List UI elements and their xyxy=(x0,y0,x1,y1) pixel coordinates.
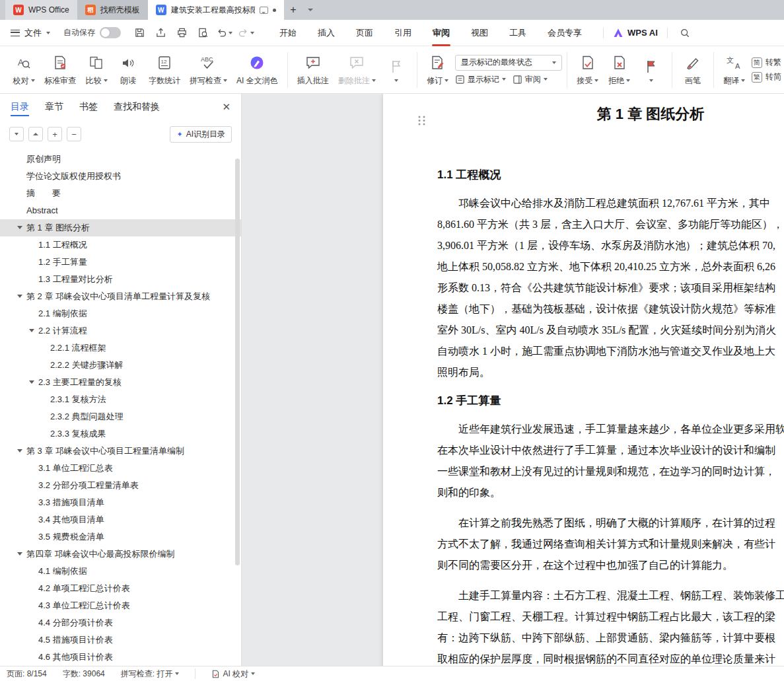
tab-insert[interactable]: 插入 xyxy=(307,20,345,46)
delete-comment-button[interactable]: 删除批注 xyxy=(334,49,380,91)
toc-item[interactable]: 2.3 主要工程量的复核 xyxy=(0,374,241,391)
autosave-toggle[interactable] xyxy=(100,27,121,38)
to-simplified-button[interactable]: 繁 转简 xyxy=(752,71,781,83)
insert-comment-button[interactable]: 插入批注 xyxy=(293,49,334,91)
proofread-button[interactable]: A 校对 xyxy=(8,49,40,91)
expand-all-button[interactable]: + xyxy=(48,127,62,141)
toc-item[interactable]: 摘 要 xyxy=(0,185,241,202)
toc-item[interactable]: 原创声明 xyxy=(0,151,241,168)
track-changes-button[interactable]: 修订 xyxy=(422,49,454,91)
toc-item[interactable]: 2.2.2 关键步骤详解 xyxy=(0,357,241,374)
navigate-flag-button[interactable] xyxy=(635,49,667,91)
toc-item[interactable]: 学位论文版权使用授权书 xyxy=(0,168,241,185)
toc-item-selected[interactable]: 第 1 章 图纸分析 xyxy=(0,219,241,236)
to-traditional-button[interactable]: 简 转繁 xyxy=(752,57,781,68)
review-pane-button[interactable]: 审阅 xyxy=(513,74,548,85)
tab-member[interactable]: 会员专享 xyxy=(537,20,592,46)
toc-item[interactable]: 3.1 单位工程汇总表 xyxy=(0,460,241,477)
toc-item[interactable]: 4.4 分部分项计价表 xyxy=(0,614,241,631)
triangle-down-icon[interactable] xyxy=(17,295,22,298)
new-tab-button[interactable]: + xyxy=(284,0,303,20)
standard-review-button[interactable]: 标准审查 xyxy=(40,49,81,91)
toc-item[interactable]: 3.3 措施项目清单 xyxy=(0,494,241,511)
triangle-down-icon[interactable] xyxy=(17,552,22,556)
toc-item[interactable]: 2.1 编制依据 xyxy=(0,305,241,322)
toc-item[interactable]: 3.5 规费税金清单 xyxy=(0,528,241,546)
sidebar-tab-chapters[interactable]: 章节 xyxy=(45,94,63,120)
redo-button[interactable] xyxy=(238,25,254,41)
toc-item[interactable]: 1.1 工程概况 xyxy=(0,236,241,254)
tab-page[interactable]: 页面 xyxy=(345,20,384,46)
toc-item[interactable]: 4.2 单项工程汇总计价表 xyxy=(0,580,241,597)
wps-ai-button[interactable]: WPS AI xyxy=(613,28,658,38)
tab-review[interactable]: 审阅 xyxy=(422,20,460,46)
spell-check-button[interactable]: ABC 拼写检查 xyxy=(185,49,232,91)
ai-polish-button[interactable]: AI 全文润色 xyxy=(232,49,283,91)
tab-tools[interactable]: 工具 xyxy=(499,20,537,46)
tab-docer-templates[interactable]: 稻 找稻壳模板 xyxy=(77,0,148,20)
triangle-down-icon[interactable] xyxy=(17,449,22,452)
toc-item[interactable]: 1.3 工程量对比分析 xyxy=(0,271,241,288)
compare-button[interactable]: 比较 xyxy=(81,49,112,91)
toc-item[interactable]: 第 2 章 邛崃会议中心项目清单工程量计算及复核 xyxy=(0,288,241,305)
search-button[interactable] xyxy=(677,25,693,41)
toc-item[interactable]: 2.2.1 流程框架 xyxy=(0,340,241,357)
collapse-all-button[interactable]: − xyxy=(67,127,81,141)
toc-item[interactable]: 2.3.3 复核成果 xyxy=(0,425,241,443)
toc-item[interactable]: 2.3.2 典型问题处理 xyxy=(0,408,241,425)
reject-button[interactable]: 拒绝 xyxy=(604,49,635,91)
tab-view[interactable]: 视图 xyxy=(460,20,499,46)
toc-item[interactable]: Abstract xyxy=(0,202,241,219)
triangle-down-icon[interactable] xyxy=(17,226,22,229)
sidebar-tab-toc[interactable]: 目录 xyxy=(11,94,29,120)
toc-item[interactable]: 2.2 计算流程 xyxy=(0,322,241,340)
toc-item[interactable]: 第 3 章 邛崃会议中心项目工程量清单编制 xyxy=(0,443,241,460)
accept-button[interactable]: 接受 xyxy=(572,49,604,91)
print-button[interactable] xyxy=(174,25,190,41)
tab-active-document[interactable]: W 建筑安装工程最高投标限价编 xyxy=(148,0,284,20)
comment-flag-button[interactable] xyxy=(380,49,412,91)
document-page[interactable]: 第 1 章 图纸分析 1.1 工程概况 邛崃会议中心给排水及消防工程总建筑面积 … xyxy=(383,94,784,666)
toc-item[interactable]: 4.6 其他项目计价表 xyxy=(0,649,241,666)
tab-reference[interactable]: 引用 xyxy=(384,20,422,46)
standard-review-label: 标准审查 xyxy=(44,75,76,87)
save-button[interactable] xyxy=(131,25,147,41)
sidebar-scrollbar[interactable] xyxy=(235,159,240,565)
tab-home[interactable]: 开始 xyxy=(269,20,307,46)
wps-ai-label: WPS AI xyxy=(627,28,658,38)
translate-button[interactable]: 文A 翻译 xyxy=(719,49,750,91)
read-aloud-button[interactable]: 朗读 xyxy=(112,49,144,91)
toc-item[interactable]: 4.3 单位工程汇总计价表 xyxy=(0,597,241,614)
toc-item[interactable]: 3.2 分部分项工程量清单表 xyxy=(0,477,241,494)
toc-item[interactable]: 1.2 手工算量 xyxy=(0,254,241,271)
print-preview-button[interactable] xyxy=(195,25,211,41)
close-icon[interactable]: ✕ xyxy=(222,101,231,113)
markup-state-dropdown[interactable]: 显示标记的最终状态 xyxy=(455,55,562,71)
tab-list-dropdown[interactable] xyxy=(303,0,318,20)
wps-window: W WPS Office 稻 找稻壳模板 W 建筑安装工程最高投标限价编 + 文… xyxy=(0,0,784,681)
quick-access-toolbar xyxy=(131,25,254,41)
tab-wps-office[interactable]: W WPS Office xyxy=(5,0,77,20)
triangle-down-icon[interactable] xyxy=(29,329,34,332)
sidebar-tab-find-replace[interactable]: 查找和替换 xyxy=(114,94,160,120)
sidebar-tab-bookmarks[interactable]: 书签 xyxy=(79,94,98,120)
export-button[interactable] xyxy=(153,25,168,41)
drag-handle-icon[interactable] xyxy=(417,115,426,126)
toc-item[interactable]: 3.4 其他项目清单 xyxy=(0,511,241,528)
toc-item[interactable]: 2.3.1 复核方法 xyxy=(0,391,241,408)
toc-item[interactable]: 第四章 邛崃会议中心最高投标限价编制 xyxy=(0,546,241,563)
triangle-down-icon[interactable] xyxy=(29,380,34,384)
word-count-button[interactable]: 12 字数统计 xyxy=(144,49,185,91)
ai-recognize-toc-button[interactable]: ✦ AI识别目录 xyxy=(170,126,232,143)
spell-check-status[interactable]: 拼写检查: 打开 xyxy=(121,668,180,680)
file-menu-button[interactable]: 文件 xyxy=(8,27,53,39)
undo-button[interactable] xyxy=(216,25,232,41)
toc-item[interactable]: 4.1 编制依据 xyxy=(0,563,241,580)
expand-levels-button[interactable] xyxy=(9,127,24,141)
word-count-indicator[interactable]: 字数: 39064 xyxy=(63,668,105,680)
ai-proofread-button[interactable]: AI 校对 xyxy=(211,668,255,680)
toc-item[interactable]: 4.5 措施项目计价表 xyxy=(0,631,241,649)
collapse-levels-button[interactable] xyxy=(28,127,43,141)
ink-brush-button[interactable]: 画笔 xyxy=(677,49,709,91)
show-markup-button[interactable]: 显示标记 xyxy=(455,74,506,85)
